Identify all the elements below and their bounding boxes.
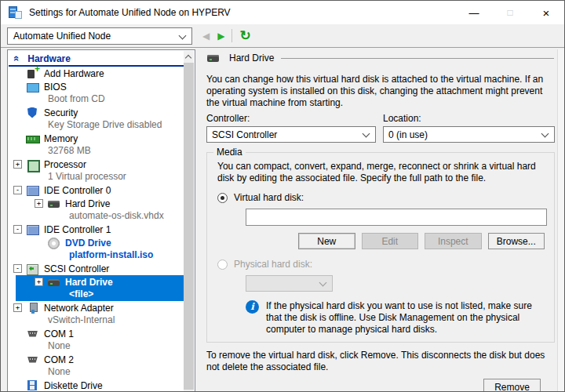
tree-item-add-hardware[interactable]: Add Hardware	[9, 67, 184, 80]
com-port-icon	[26, 354, 40, 365]
window-title: Settings for Automate Unified Node on HY…	[29, 7, 231, 18]
ide-controller-icon	[26, 224, 40, 235]
location-label: Location:	[383, 113, 555, 124]
new-button[interactable]: New	[298, 233, 355, 249]
physical-hard-disk-radio-row: Physical hard disk:	[217, 259, 545, 270]
media-groupbox: Media You can compact, convert, expand, …	[206, 152, 555, 343]
tree-item-network-adapter[interactable]: + Network Adapter	[9, 301, 184, 314]
tree-sub-processor: 1 Virtual processor	[9, 171, 184, 183]
tree-sub-bios: Boot from CD	[9, 93, 184, 106]
panel-header: Hard Drive	[206, 53, 554, 64]
controller-label: Controller:	[206, 113, 379, 124]
refresh-icon[interactable]: ↻	[239, 29, 250, 42]
vm-selector-value: Automate Unified Node	[13, 31, 111, 42]
intro-text: You can change how this virtual hard dis…	[206, 74, 555, 109]
tree-item-ide0-hard-drive[interactable]: + Hard Drive	[9, 197, 184, 210]
close-button[interactable]: ×	[528, 1, 564, 24]
physical-hard-disk-radio	[217, 260, 228, 270]
expander-icon[interactable]: +	[13, 160, 22, 169]
tree-sub-com-1: None	[9, 340, 184, 353]
hardware-tree: « Hardware Add Hardware BIOS Boot from C…	[9, 51, 184, 391]
tree-sub-network-adapter: vSwitch-Internal	[9, 314, 184, 327]
tree-item-bios[interactable]: BIOS	[9, 80, 184, 93]
expander-icon[interactable]: -	[13, 264, 22, 273]
collapse-all-icon: «	[11, 56, 23, 61]
shield-icon	[26, 107, 40, 118]
remove-row: Remove	[203, 379, 541, 392]
tree-item-scsi-controller[interactable]: - SCSI Controller	[9, 262, 184, 275]
memory-icon	[26, 133, 40, 144]
window-controls: — □ ×	[456, 1, 564, 24]
tree-sub-ide0-hard-drive: automate-os-disk.vhdx	[9, 210, 184, 223]
header-rule	[281, 58, 554, 59]
settings-window: Settings for Automate Unified Node on HY…	[0, 0, 565, 392]
info-icon: i	[246, 300, 259, 314]
chevron-down-icon	[541, 130, 549, 138]
scroll-up-icon[interactable]	[184, 51, 194, 63]
diskette-drive-icon	[26, 380, 40, 391]
maximize-icon: □	[507, 7, 512, 18]
info-row: i If the physical hard disk you want to …	[246, 300, 545, 336]
tree-item-diskette-drive[interactable]: Diskette Drive	[9, 379, 184, 391]
nav-buttons: ◀ ▶ ↻	[202, 29, 251, 42]
dvd-drive-icon	[47, 238, 61, 249]
chevron-down-icon	[179, 31, 187, 39]
hard-drive-panel: Hard Drive You can change how this virtu…	[203, 49, 558, 391]
tree-item-ide-controller-0[interactable]: - IDE Controller 0	[9, 183, 184, 197]
media-legend: Media	[213, 147, 246, 158]
back-icon: ◀	[202, 31, 210, 42]
tree-item-processor[interactable]: + Processor	[9, 158, 184, 171]
browse-button[interactable]: Browse...	[488, 233, 545, 249]
inspect-button: Inspect	[425, 233, 482, 249]
tree-item-com-2[interactable]: COM 2	[9, 353, 184, 366]
tree-sub-scsi-hard-drive: <file>	[16, 289, 184, 301]
remove-note: To remove the virtual hard disk, click R…	[206, 350, 555, 373]
ide-controller-icon	[26, 185, 40, 196]
panel-title: Hard Drive	[229, 53, 274, 64]
virtual-hard-disk-radio-row: Virtual hard disk:	[217, 192, 545, 203]
bios-icon	[26, 82, 40, 93]
tree-selection-highlight: + Hard Drive <file>	[16, 275, 184, 301]
tree-item-ide-controller-1[interactable]: - IDE Controller 1	[9, 223, 184, 236]
tree-item-com-1[interactable]: COM 1	[9, 327, 184, 340]
vm-selector-dropdown[interactable]: Automate Unified Node	[7, 27, 192, 45]
toolbar: Automate Unified Node ◀ ▶ ↻	[1, 24, 564, 48]
expander-icon[interactable]: +	[35, 199, 43, 208]
media-description: You can compact, convert, expand, merge,…	[217, 161, 545, 184]
location-dropdown[interactable]: 0 (in use)	[383, 126, 555, 143]
tree-item-security[interactable]: Security	[9, 106, 184, 119]
vhd-buttons: New Edit Inspect Browse...	[298, 233, 545, 249]
physical-hard-disk-label: Physical hard disk:	[234, 259, 312, 270]
right-edge-strip	[557, 49, 564, 391]
maximize-button: □	[492, 1, 528, 24]
hard-drive-icon	[206, 53, 221, 64]
toolbar-separator	[231, 29, 232, 42]
physical-disk-dropdown	[246, 275, 333, 292]
expander-icon[interactable]: -	[13, 186, 22, 194]
hyperv-settings-icon	[9, 6, 22, 19]
controller-value: SCSI Controller	[212, 129, 277, 140]
expander-icon[interactable]: +	[13, 303, 22, 312]
expander-icon[interactable]: +	[35, 278, 43, 286]
sidebar-scrollbar[interactable]	[184, 51, 194, 391]
tree-item-memory[interactable]: Memory	[9, 132, 184, 145]
controller-dropdown[interactable]: SCSI Controller	[206, 126, 376, 143]
expander-icon[interactable]: -	[13, 225, 22, 234]
scsi-controller-icon	[26, 263, 40, 274]
minimize-button[interactable]: —	[456, 1, 492, 24]
forward-icon[interactable]: ▶	[217, 31, 224, 42]
chevron-down-icon	[363, 130, 370, 138]
remove-button[interactable]: Remove	[483, 379, 541, 392]
hard-drive-icon	[47, 198, 61, 209]
vhd-path-input[interactable]	[246, 209, 547, 226]
hard-drive-icon	[47, 277, 61, 288]
tree-item-dvd-drive[interactable]: DVD Drive	[9, 236, 184, 249]
location-value: 0 (in use)	[388, 129, 428, 140]
titlebar: Settings for Automate Unified Node on HY…	[1, 1, 564, 24]
tree-item-scsi-hard-drive-selected[interactable]: + Hard Drive	[16, 275, 184, 289]
virtual-hard-disk-radio[interactable]	[217, 193, 228, 203]
add-hardware-icon	[26, 68, 40, 79]
edit-button: Edit	[362, 233, 419, 249]
scrollbar-thumb[interactable]	[184, 63, 194, 390]
hardware-sidebar: « Hardware Add Hardware BIOS Boot from C…	[7, 49, 195, 392]
